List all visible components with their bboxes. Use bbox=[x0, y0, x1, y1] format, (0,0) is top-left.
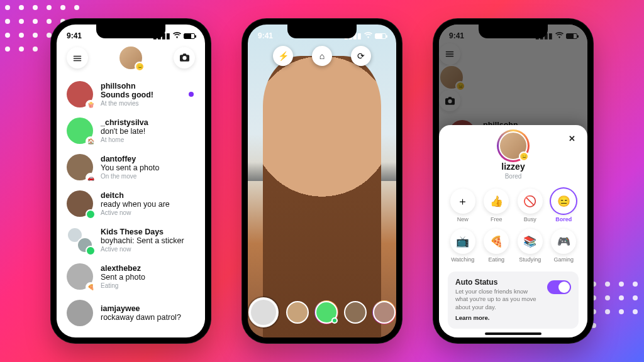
sheet-user-name: lizzey bbox=[501, 162, 525, 172]
status-grid: ＋New👍Free🚫Busy😑Bored📺Watching🍕Eating📚Stu… bbox=[448, 189, 579, 263]
online-dot-icon bbox=[86, 246, 96, 256]
device-notch bbox=[287, 25, 357, 38]
thread-message: don't be late! bbox=[101, 127, 195, 136]
status-studying-icon: 📚 bbox=[518, 229, 543, 254]
thread-status-icon: 🍿 bbox=[86, 100, 96, 110]
status-time: 9:41 bbox=[67, 31, 82, 40]
auto-status-title: Auto Status bbox=[455, 278, 541, 287]
my-profile-avatar[interactable]: 😑 bbox=[118, 45, 143, 70]
status-eating[interactable]: 🍕Eating bbox=[482, 229, 512, 263]
status-new-icon: ＋ bbox=[450, 189, 475, 214]
wifi-icon bbox=[555, 31, 564, 40]
status-tile-label: New bbox=[457, 216, 469, 222]
wifi-icon bbox=[173, 31, 181, 40]
auto-status-learn-more[interactable]: Learn more. bbox=[455, 314, 489, 321]
status-studying[interactable]: 📚Studying bbox=[515, 229, 545, 263]
thread-message: boyhachi: Sent a sticker bbox=[101, 236, 195, 245]
camera-viewfinder[interactable] bbox=[248, 25, 396, 337]
status-time: 9:41 bbox=[449, 31, 464, 40]
thread-message: You sent a photo bbox=[101, 163, 195, 172]
close-icon: ✕ bbox=[569, 134, 575, 143]
thread-status: On the move bbox=[101, 173, 195, 180]
status-busy-icon: 🚫 bbox=[518, 189, 543, 214]
status-time: 9:41 bbox=[258, 31, 273, 40]
status-tile-label: Studying bbox=[519, 256, 541, 263]
status-gaming[interactable]: 🎮Gaming bbox=[549, 229, 579, 263]
status-new[interactable]: ＋New bbox=[448, 189, 478, 222]
thread-name: iamjaywee bbox=[101, 304, 195, 313]
thread-status: Active now bbox=[101, 246, 195, 253]
phone-status-sheet: 9:41 ▮▮▮▮ 😑 bbox=[433, 18, 594, 344]
thread-status-icon: 🍕 bbox=[86, 282, 96, 292]
thread-status: Active now bbox=[101, 209, 195, 216]
device-notch bbox=[479, 25, 548, 38]
thread-message: ready when you are bbox=[101, 200, 195, 209]
thread-message: rockaway dawn patrol? bbox=[101, 313, 195, 322]
thread-row[interactable]: 🚗dantoffeyYou sent a photoOn the move bbox=[57, 149, 205, 185]
auto-status-toggle[interactable] bbox=[547, 280, 571, 294]
sheet-user-state: Bored bbox=[505, 173, 522, 180]
status-bored[interactable]: 😑Bored bbox=[549, 189, 579, 222]
status-free[interactable]: 👍Free bbox=[482, 189, 512, 222]
promo-stage: 9:41 ▮▮▮▮ 😑 bbox=[0, 0, 644, 362]
battery-icon bbox=[375, 33, 386, 39]
menu-icon bbox=[73, 53, 82, 63]
flash-off-button[interactable]: ⚡ bbox=[273, 46, 293, 66]
switch-camera-button[interactable]: ⟳ bbox=[351, 46, 371, 66]
status-tile-label: Watching bbox=[451, 256, 474, 263]
camera-button[interactable] bbox=[174, 47, 195, 69]
thread-name: dantoffey bbox=[101, 155, 195, 163]
phone-camera: 9:41 ▮▮▮▮ ⚡⌂⟳ bbox=[242, 18, 402, 344]
my-status-badge-icon: 😑 bbox=[135, 62, 145, 72]
status-tile-label: Eating bbox=[488, 256, 504, 263]
online-dot-icon bbox=[331, 317, 338, 324]
battery-icon bbox=[184, 33, 195, 39]
thread-row[interactable]: 🏠_christysilvadon't be late!At home bbox=[57, 112, 205, 149]
status-tile-label: Busy bbox=[524, 216, 536, 222]
status-eating-icon: 🍕 bbox=[484, 229, 509, 254]
switch-camera-icon: ⟳ bbox=[357, 51, 365, 61]
send-to-friend-avatar[interactable] bbox=[315, 301, 338, 324]
home-icon: ⌂ bbox=[319, 51, 325, 61]
thread-row[interactable]: 🍿phillsohnSounds good!At the movies bbox=[57, 76, 205, 112]
status-watching-icon: 📺 bbox=[450, 229, 475, 254]
thread-row[interactable]: Kids These Daysboyhachi: Sent a stickerA… bbox=[57, 222, 205, 258]
thread-name: deitch bbox=[101, 191, 195, 200]
camera-icon bbox=[180, 53, 189, 63]
wifi-icon bbox=[364, 31, 372, 40]
send-to-friend-avatar[interactable] bbox=[373, 301, 396, 324]
menu-button[interactable] bbox=[67, 47, 88, 69]
auto-status-desc: Let your close friends know what you're … bbox=[455, 288, 541, 311]
sheet-user-avatar[interactable]: 😑 bbox=[499, 131, 528, 160]
thread-row[interactable]: 🍕alexthebezSent a photoEating bbox=[57, 258, 205, 295]
send-to-friend-avatar[interactable] bbox=[344, 301, 367, 324]
unread-dot-icon bbox=[189, 92, 194, 97]
shutter-button[interactable] bbox=[248, 297, 279, 327]
thread-message: Sounds good! bbox=[101, 90, 195, 99]
status-sheet: ✕ 😑 lizzey Bored ＋New👍Free🚫Busy😑Bored📺Wa… bbox=[439, 125, 587, 337]
camera-top-controls: ⚡⌂⟳ bbox=[248, 46, 396, 66]
thread-status: At home bbox=[101, 136, 195, 143]
status-tile-label: Gaming bbox=[553, 256, 574, 263]
home-button[interactable]: ⌂ bbox=[312, 46, 332, 66]
online-dot-icon bbox=[86, 209, 96, 219]
status-tile-label: Bored bbox=[555, 216, 572, 222]
home-indicator[interactable] bbox=[485, 332, 541, 335]
thread-name: alexthebez bbox=[101, 264, 195, 273]
send-to-friend-avatar[interactable] bbox=[286, 301, 309, 324]
thread-row[interactable]: deitchready when you areActive now bbox=[57, 185, 205, 222]
close-button[interactable]: ✕ bbox=[565, 131, 579, 145]
device-notch bbox=[96, 25, 165, 38]
sheet-user-badge-icon: 😑 bbox=[519, 151, 529, 162]
thread-name: Kids These Days bbox=[101, 228, 195, 236]
thread-list[interactable]: 🍿phillsohnSounds good!At the movies🏠_chr… bbox=[57, 72, 205, 337]
threads-header: 😑 bbox=[57, 43, 205, 72]
thread-row[interactable]: iamjayweerockaway dawn patrol? bbox=[57, 295, 205, 331]
status-watching[interactable]: 📺Watching bbox=[448, 229, 478, 263]
flash-off-icon: ⚡ bbox=[278, 51, 289, 61]
thread-status: At the movies bbox=[101, 100, 195, 107]
status-tile-label: Free bbox=[491, 216, 502, 222]
battery-icon bbox=[566, 33, 577, 39]
camera-bottom-tray bbox=[248, 297, 396, 327]
status-busy[interactable]: 🚫Busy bbox=[515, 189, 545, 222]
